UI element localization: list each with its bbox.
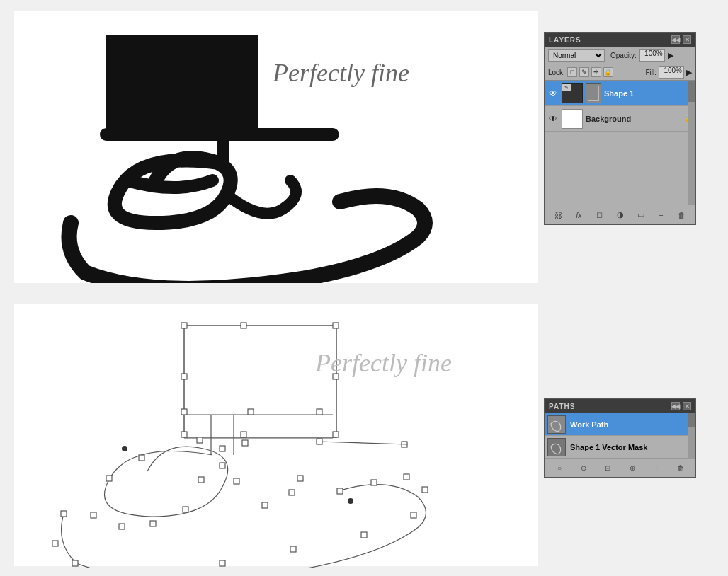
bottom-label: Perfectly fine [315, 348, 452, 378]
footer-adj-btn[interactable]: ◑ [613, 208, 627, 222]
opacity-value[interactable]: 100% [639, 49, 665, 62]
svg-rect-4 [181, 323, 187, 328]
svg-rect-32 [297, 476, 303, 481]
top-label: Perfectly fine [273, 58, 409, 88]
svg-rect-13 [248, 409, 254, 415]
layer-mask-shape1 [586, 83, 601, 103]
layers-panel-titlebar: LAYERS ◀◀ ✕ [545, 33, 695, 47]
layer-thumb-shape1: ✎ [562, 83, 583, 103]
eye-icon-background[interactable]: 👁 [547, 113, 559, 125]
svg-rect-3 [184, 326, 336, 437]
lock-brush[interactable]: ✎ [579, 67, 589, 77]
layer-row-background[interactable]: 👁 Background 🔒 [545, 106, 695, 132]
svg-rect-25 [150, 521, 156, 526]
paths-panel-close[interactable]: ✕ [683, 402, 691, 410]
bottom-illustration-svg [14, 303, 496, 568]
svg-rect-41 [422, 487, 428, 493]
fill-label: Fill: [645, 69, 656, 76]
path-name-shape1-mask: Shape 1 Vector Mask [570, 443, 693, 451]
svg-rect-17 [317, 439, 322, 444]
paths-footer-fill[interactable]: ○ [553, 462, 566, 475]
path-thumb-shape1-mask [547, 438, 566, 456]
svg-rect-43 [371, 480, 377, 485]
paths-scrollbar[interactable] [688, 413, 695, 459]
fill-value[interactable]: 100% [659, 66, 684, 79]
svg-rect-9 [181, 374, 187, 379]
eye-icon-shape1[interactable]: 👁 [547, 88, 559, 99]
paths-panel-collapse[interactable]: ◀◀ [671, 402, 680, 410]
layers-panel: LAYERS ◀◀ ✕ Normal Opacity: 100% ▶ Lock:… [544, 32, 696, 225]
svg-rect-33 [61, 511, 67, 517]
lock-label: Lock: [548, 69, 565, 76]
layers-scroll-thumb[interactable] [688, 81, 695, 102]
fill-arrow[interactable]: ▶ [686, 68, 692, 77]
paths-footer: ○ ⊙ ⊟ ⊕ + 🗑 [545, 459, 695, 477]
layers-footer: ⛓ fx ◻ ◑ ▭ + 🗑 [545, 205, 695, 224]
svg-rect-12 [181, 409, 187, 415]
svg-rect-0 [106, 35, 258, 138]
layers-panel-close[interactable]: ✕ [683, 35, 691, 44]
paths-list: Work Path Shape 1 Vector Mask [545, 413, 695, 459]
svg-rect-30 [262, 502, 268, 508]
layers-toolbar: Normal Opacity: 100% ▶ [545, 47, 695, 64]
svg-rect-27 [198, 477, 204, 483]
svg-rect-38 [290, 546, 296, 552]
lock-all[interactable]: 🔒 [603, 67, 613, 77]
paths-scroll-thumb[interactable] [688, 413, 695, 427]
layers-lock-row: Lock: □ ✎ ✛ 🔒 Fill: 100% ▶ [545, 64, 695, 81]
layers-list: 👁 ✎ Shape 1 👁 Background 🔒 [545, 81, 695, 205]
footer-delete-btn[interactable]: 🗑 [675, 208, 689, 222]
svg-point-45 [122, 446, 127, 451]
layers-panel-collapse[interactable]: ◀◀ [671, 35, 680, 44]
svg-rect-34 [52, 541, 58, 546]
svg-rect-18 [242, 440, 248, 446]
svg-rect-39 [361, 532, 367, 538]
svg-rect-28 [220, 463, 225, 468]
svg-rect-42 [404, 474, 409, 480]
svg-rect-7 [333, 432, 339, 437]
svg-rect-23 [91, 512, 96, 518]
svg-rect-5 [333, 323, 339, 328]
svg-rect-24 [119, 524, 125, 529]
footer-folder-btn[interactable]: ▭ [634, 208, 648, 222]
paths-panel-titlebar: PATHS ◀◀ ✕ [545, 399, 695, 413]
paths-footer-delete[interactable]: 🗑 [674, 462, 687, 475]
blend-mode-select[interactable]: Normal [548, 49, 605, 62]
footer-fx-btn[interactable]: fx [572, 208, 586, 222]
layer-row-shape1[interactable]: 👁 ✎ Shape 1 [545, 81, 695, 106]
paths-footer-stroke[interactable]: ⊙ [577, 462, 590, 475]
layers-title-controls[interactable]: ◀◀ ✕ [671, 35, 691, 44]
layers-scrollbar[interactable] [688, 81, 695, 205]
layer-thumb-background [562, 109, 583, 129]
paths-panel: PATHS ◀◀ ✕ Work Path Shape 1 Vector Mask [544, 398, 696, 478]
footer-mask-btn[interactable]: ◻ [593, 208, 607, 222]
opacity-label: Opacity: [610, 52, 637, 59]
layer-name-shape1: Shape 1 [604, 89, 693, 98]
svg-rect-37 [220, 560, 225, 566]
layer-name-background: Background [586, 115, 681, 123]
svg-line-16 [319, 442, 407, 444]
layers-title: LAYERS [549, 36, 581, 44]
lock-move[interactable]: ✛ [591, 67, 601, 77]
paths-footer-mask[interactable]: ⊕ [626, 462, 639, 475]
paths-footer-selection[interactable]: ⊟ [601, 462, 614, 475]
path-row-shape1-mask[interactable]: Shape 1 Vector Mask [545, 436, 695, 459]
footer-new-btn[interactable]: + [654, 208, 669, 222]
svg-rect-22 [106, 476, 112, 481]
paths-title: PATHS [549, 403, 575, 410]
svg-rect-26 [183, 507, 188, 512]
footer-link-btn[interactable]: ⛓ [552, 208, 566, 222]
lock-dotted[interactable]: □ [567, 67, 577, 77]
paths-footer-new[interactable]: + [650, 462, 663, 475]
svg-rect-21 [139, 455, 144, 461]
svg-rect-19 [220, 446, 225, 451]
svg-rect-31 [289, 490, 295, 495]
svg-rect-44 [337, 488, 343, 494]
svg-rect-6 [181, 432, 187, 437]
svg-rect-29 [234, 478, 239, 484]
opacity-arrow[interactable]: ▶ [668, 51, 673, 60]
svg-rect-35 [72, 560, 78, 566]
svg-rect-20 [197, 437, 203, 443]
paths-title-controls[interactable]: ◀◀ ✕ [671, 402, 691, 410]
path-row-work-path[interactable]: Work Path [545, 413, 695, 436]
